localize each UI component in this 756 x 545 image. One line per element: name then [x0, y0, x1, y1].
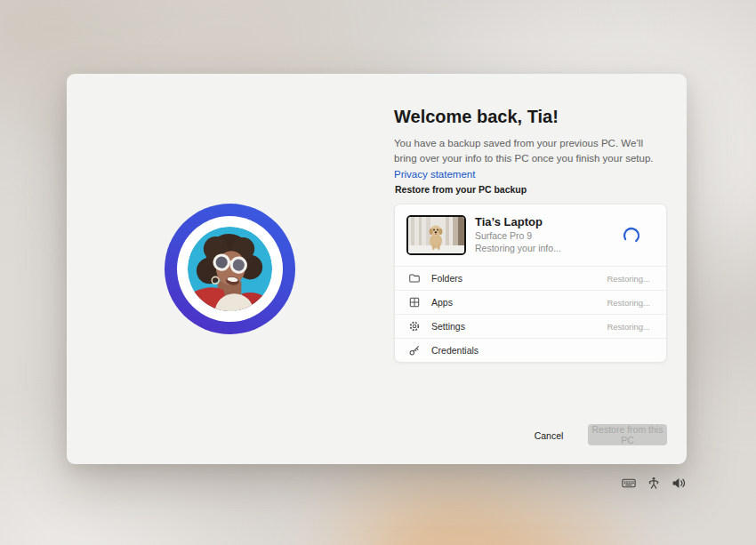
restore-row-folders: Folders Restoring...: [395, 266, 666, 290]
oobe-screen: Welcome back, Tia! You have a backup sav…: [0, 0, 756, 545]
restore-row-label: Apps: [431, 297, 607, 308]
apps-icon: [408, 296, 421, 309]
dog-in-snow-photo: [408, 217, 464, 253]
restore-row-label: Folders: [431, 273, 607, 284]
device-wallpaper-thumbnail: [406, 215, 466, 255]
device-name: Tia’s Laptop: [475, 215, 623, 228]
restore-row-status: Restoring...: [607, 322, 650, 332]
avatar-ring: [165, 204, 295, 334]
setup-panel: Welcome back, Tia! You have a backup sav…: [67, 74, 687, 464]
device-status: Restoring your info...: [475, 243, 623, 255]
avatar-inner-ring: [177, 216, 283, 322]
gear-icon: [408, 320, 421, 333]
volume-icon[interactable]: [672, 477, 686, 490]
restore-from-pc-button[interactable]: Restore from this PC: [588, 424, 667, 445]
restore-row-label: Credentials: [431, 345, 650, 356]
device-info: Tia’s Laptop Surface Pro 9 Restoring you…: [475, 215, 623, 254]
accessibility-icon[interactable]: [647, 477, 661, 490]
privacy-statement-link[interactable]: Privacy statement: [394, 169, 475, 180]
subtitle-text: You have a backup saved from your previo…: [394, 138, 654, 164]
restore-row-credentials: Credentials: [395, 338, 666, 362]
folder-icon: [408, 272, 421, 285]
system-tray: [622, 477, 686, 490]
restore-row-apps: Apps Restoring...: [395, 290, 666, 314]
backup-device-card: Tia’s Laptop Surface Pro 9 Restoring you…: [394, 204, 667, 363]
keyboard-icon[interactable]: [622, 477, 636, 490]
key-icon: [408, 344, 421, 357]
device-card-header: Tia’s Laptop Surface Pro 9 Restoring you…: [395, 204, 666, 266]
cancel-button[interactable]: Cancel: [520, 426, 577, 445]
page-title: Welcome back, Tia!: [394, 107, 559, 127]
progress-ring-icon: [623, 227, 640, 244]
restore-row-status: Restoring...: [607, 298, 650, 308]
backup-section-label: Restore from your PC backup: [395, 184, 527, 195]
restore-row-status: Restoring...: [607, 274, 650, 284]
device-model: Surface Pro 9: [475, 230, 623, 243]
page-subtitle: You have a backup saved from your previo…: [394, 136, 657, 182]
restore-row-settings: Settings Restoring...: [395, 314, 666, 338]
user-profile-photo: [188, 227, 272, 311]
restore-row-label: Settings: [431, 321, 607, 332]
